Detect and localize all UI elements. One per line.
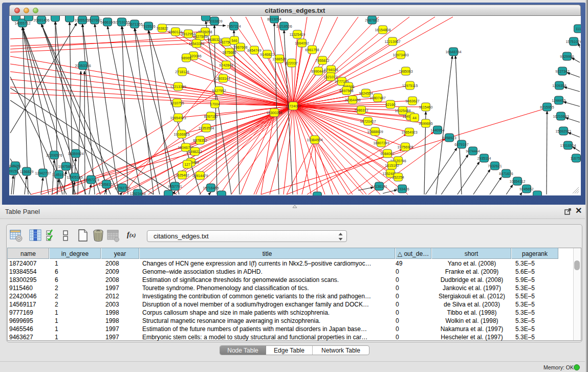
- svg-text:9227342: 9227342: [555, 70, 569, 73]
- svg-text:12213967: 12213967: [384, 40, 400, 43]
- svg-text:9245652: 9245652: [519, 187, 533, 191]
- svg-text:19166825: 19166825: [173, 133, 189, 136]
- svg-text:1664092: 1664092: [295, 41, 309, 45]
- svg-text:111: 111: [576, 27, 581, 31]
- svg-text:12213389: 12213389: [170, 85, 186, 89]
- svg-text:17004: 17004: [210, 102, 220, 106]
- svg-text:8471676: 8471676: [499, 172, 513, 176]
- svg-text:10025488: 10025488: [395, 109, 410, 113]
- svg-text:9327505: 9327505: [193, 35, 207, 38]
- svg-text:7857224: 7857224: [227, 25, 241, 28]
- svg-text:127: 127: [184, 163, 190, 166]
- svg-text:12975115: 12975115: [402, 84, 418, 87]
- svg-text:6466160: 6466160: [100, 20, 114, 24]
- svg-text:6497568: 6497568: [339, 89, 353, 93]
- svg-text:7955812: 7955812: [315, 59, 329, 62]
- svg-text:1615192: 1615192: [385, 164, 399, 167]
- svg-text:19218506: 19218506: [276, 25, 292, 28]
- svg-text:62160: 62160: [385, 103, 396, 106]
- svg-text:16914479: 16914479: [192, 174, 208, 178]
- svg-text:5498222: 5498222: [188, 150, 202, 154]
- svg-text:252254: 252254: [392, 176, 404, 179]
- svg-text:9463627: 9463627: [405, 99, 419, 103]
- svg-text:44: 44: [412, 116, 417, 120]
- svg-text:20691406: 20691406: [33, 18, 49, 22]
- svg-text:19756928: 19756928: [397, 145, 413, 149]
- svg-text:18807249: 18807249: [373, 141, 389, 145]
- svg-text:6879197: 6879197: [454, 143, 468, 146]
- svg-text:1145194: 1145194: [52, 173, 66, 177]
- svg-text:20364436: 20364436: [344, 98, 360, 102]
- svg-text:3824554: 3824554: [359, 92, 373, 95]
- svg-text:19654923: 19654923: [170, 116, 186, 120]
- svg-text:16671355: 16671355: [126, 23, 142, 26]
- svg-text:9084067: 9084067: [380, 152, 394, 156]
- svg-text:15751074: 15751074: [565, 40, 581, 43]
- svg-text:17016504: 17016504: [560, 144, 576, 147]
- svg-text:6961758: 6961758: [305, 48, 319, 52]
- svg-text:17359924: 17359924: [68, 152, 83, 156]
- svg-text:20053346: 20053346: [75, 64, 91, 68]
- svg-text:8267110: 8267110: [204, 115, 218, 118]
- svg-text:19384554: 19384554: [307, 138, 322, 142]
- svg-text:8878352: 8878352: [193, 139, 207, 142]
- svg-text:11353594: 11353594: [199, 126, 214, 130]
- svg-text:19654923: 19654923: [401, 130, 417, 134]
- svg-text:1588520: 1588520: [272, 57, 286, 61]
- svg-text:14055712: 14055712: [14, 21, 30, 25]
- svg-text:1527602: 1527602: [88, 18, 101, 22]
- svg-text:7485063: 7485063: [399, 70, 412, 73]
- svg-text:8990448: 8990448: [311, 70, 325, 73]
- svg-text:16543382: 16543382: [188, 42, 204, 46]
- svg-text:763822: 763822: [156, 27, 168, 30]
- svg-text:39159: 39159: [9, 169, 18, 173]
- svg-text:1733426: 1733426: [395, 187, 409, 191]
- svg-text:12942737: 12942737: [35, 171, 51, 175]
- svg-text:822037: 822037: [286, 61, 297, 65]
- svg-text:15720407: 15720407: [360, 120, 376, 123]
- svg-text:1156829: 1156829: [20, 170, 34, 173]
- svg-text:10807487: 10807487: [369, 96, 385, 100]
- svg-text:20206576: 20206576: [46, 154, 62, 157]
- svg-text:8427552: 8427552: [212, 89, 226, 93]
- svg-text:9115460: 9115460: [419, 105, 433, 109]
- svg-text:11325419: 11325419: [290, 33, 306, 36]
- svg-text:14136141: 14136141: [371, 185, 387, 188]
- svg-text:2718126: 2718126: [175, 70, 189, 74]
- svg-text:6794028: 6794028: [324, 68, 338, 72]
- svg-text:15716485: 15716485: [203, 186, 219, 190]
- svg-text:12905135: 12905135: [67, 176, 82, 179]
- svg-text:9242848: 9242848: [219, 63, 233, 67]
- svg-text:1621072: 1621072: [323, 75, 337, 79]
- svg-text:116753: 116753: [571, 157, 581, 160]
- svg-text:16033809: 16033809: [206, 19, 222, 23]
- svg-text:2935114: 2935114: [477, 157, 491, 160]
- svg-text:8813054: 8813054: [267, 17, 281, 21]
- svg-text:8960124: 8960124: [168, 30, 182, 34]
- svg-text:1209358: 1209358: [552, 84, 566, 87]
- svg-text:10973493: 10973493: [393, 53, 408, 57]
- svg-text:7515526: 7515526: [141, 25, 155, 28]
- svg-text:18724007: 18724007: [285, 104, 301, 108]
- svg-text:1244415: 1244415: [552, 99, 565, 102]
- svg-text:8958923: 8958923: [442, 136, 456, 140]
- svg-text:8454749: 8454749: [247, 49, 261, 52]
- svg-text:2867608: 2867608: [233, 46, 247, 49]
- svg-text:16154808: 16154808: [375, 28, 390, 32]
- svg-text:7986372: 7986372: [354, 108, 368, 112]
- svg-text:16210643: 16210643: [553, 115, 569, 118]
- svg-text:18300295: 18300295: [266, 111, 282, 115]
- svg-text:16648784: 16648784: [445, 50, 461, 54]
- svg-text:16782759: 16782759: [114, 186, 130, 190]
- svg-text:9657791: 9657791: [168, 185, 182, 188]
- svg-text:10654112: 10654112: [510, 180, 526, 183]
- svg-text:7632621: 7632621: [488, 164, 502, 168]
- svg-text:9329966: 9329966: [560, 55, 574, 58]
- svg-text:2087682: 2087682: [365, 18, 379, 22]
- svg-text:7625402: 7625402: [175, 173, 189, 177]
- svg-text:15692971: 15692971: [555, 129, 571, 133]
- svg-text:9699695: 9699695: [419, 122, 432, 125]
- svg-text:9474444: 9474444: [466, 149, 480, 153]
- svg-text:19975867: 19975867: [58, 165, 74, 168]
- svg-text:10958107: 10958107: [98, 183, 114, 186]
